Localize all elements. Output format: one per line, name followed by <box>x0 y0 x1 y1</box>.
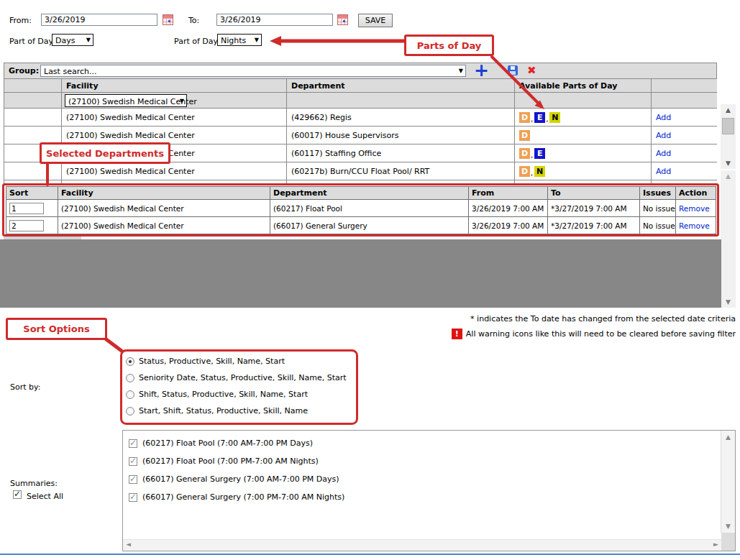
part-of-day-badge-d: D <box>519 130 530 141</box>
add-link[interactable]: Add <box>656 131 671 140</box>
departments-table: Facility Department Available Parts of D… <box>4 78 717 185</box>
panel-gray-filler <box>0 239 721 308</box>
add-link[interactable]: Add <box>656 185 671 185</box>
summary-item[interactable]: ✓ (60217) Float Pool (7:00 PM-7:00 AM Ni… <box>129 456 319 466</box>
col-facility: Facility <box>62 79 287 93</box>
department-cell: (60217) Float Pool <box>270 200 469 217</box>
scroll-up-icon[interactable]: ▲ <box>721 105 736 115</box>
facility-cell: (27100) Swedish Medical Center <box>62 162 287 180</box>
scroll-down-icon[interactable]: ▼ <box>721 158 736 168</box>
summary-item[interactable]: ✓ (66017) General Surgery (7:00 PM-7:00 … <box>129 492 344 502</box>
remove-link[interactable]: Remove <box>679 204 710 213</box>
summary-item[interactable]: ✓ (66017) General Surgery (7:00 AM-7:00 … <box>129 474 339 484</box>
remove-link[interactable]: Remove <box>679 221 710 230</box>
parts-of-day-badges: D,N <box>519 184 545 185</box>
sort-by-option-label: Status, Productive, Skill, Name, Start <box>139 357 285 366</box>
summaries-vertical-scrollbar: ▲ ▼ <box>721 431 735 533</box>
from-date-input[interactable] <box>41 14 157 26</box>
scroll-left-icon[interactable]: ◄ <box>126 541 131 548</box>
add-link[interactable]: Add <box>656 149 671 158</box>
action-cell: Add <box>652 162 718 180</box>
sort-by-option[interactable]: Status, Productive, Skill, Name, Start <box>126 357 285 366</box>
badge-separator: , <box>531 169 533 177</box>
group-select[interactable]: Last search... ▼ <box>40 65 466 77</box>
summary-checkbox[interactable]: ✓ <box>129 493 137 502</box>
scroll-right-icon[interactable]: ► <box>713 541 718 548</box>
asterisk-note: * indicates the To date has changed from… <box>470 314 736 323</box>
warning-note: All warning icons like this will need to… <box>466 329 736 339</box>
col-department: Department <box>287 79 515 93</box>
sort-order-input[interactable] <box>9 220 44 231</box>
select-all-checkbox[interactable]: ✓ <box>13 490 22 499</box>
facility-cell: (27100) Swedish Medical Center <box>62 109 287 127</box>
action-cell: Remove <box>676 217 716 234</box>
parts-cell: D <box>515 127 652 144</box>
scroll-down-icon[interactable]: ▼ <box>721 523 735 530</box>
add-link[interactable]: Add <box>656 167 671 176</box>
col-blank <box>4 79 62 93</box>
sort-by-option[interactable]: Seniority Date, Status, Productive, Skil… <box>126 373 347 382</box>
sort-by-option-label: Seniority Date, Status, Productive, Skil… <box>139 373 347 382</box>
add-group-icon[interactable]: + <box>474 61 489 79</box>
parts-of-day-badges: D,E,N <box>519 112 560 121</box>
sort-cell <box>6 217 58 234</box>
part-of-day-select-left[interactable]: Days ▼ <box>52 34 93 46</box>
parts-cell: D,E,N <box>515 109 652 127</box>
department-row: (27100) Swedish Medical Center (60417) T… <box>4 180 718 185</box>
facility-filter-value: (27100) Swedish Medical Center <box>68 97 197 106</box>
action-cell: Add <box>652 144 718 162</box>
badge-separator: , <box>531 151 533 159</box>
warning-icon: ! <box>452 329 462 339</box>
sort-by-option[interactable]: Start, Shift, Status, Productive, Skill,… <box>126 406 308 416</box>
badge-separator: , <box>546 115 548 123</box>
action-cell: Add <box>652 109 718 127</box>
issues-cell: No issues <box>640 200 676 217</box>
scrollbar-thumb[interactable] <box>722 118 734 134</box>
radio-icon[interactable] <box>126 390 134 399</box>
departments-header-row: Facility Department Available Parts of D… <box>4 79 718 93</box>
summary-checkbox[interactable]: ✓ <box>129 457 137 466</box>
department-cell: (60017) House Supervisors <box>287 127 515 144</box>
part-of-day-badge-e: E <box>534 112 545 123</box>
sort-by-option[interactable]: Shift, Status, Productive, Skill, Name, … <box>126 390 308 399</box>
add-link[interactable]: Add <box>656 113 671 122</box>
sort-order-input[interactable] <box>9 203 44 214</box>
summary-item[interactable]: ✓ (60217) Float Pool (7:00 AM-7:00 PM Da… <box>129 439 313 448</box>
part-of-day-value-right: Nights <box>221 36 246 45</box>
issues-cell: No issues <box>640 217 676 234</box>
part-of-day-badge-d: D <box>519 184 530 185</box>
action-cell: Add <box>652 180 718 185</box>
part-of-day-label-right: Part of Day <box>174 37 218 46</box>
part-of-day-badge-n: N <box>549 112 560 123</box>
select-all-label[interactable]: Select All <box>27 492 63 501</box>
save-group-floppy-icon[interactable] <box>508 65 518 75</box>
sort-cell <box>6 200 58 217</box>
facility-filter-select[interactable]: (27100) Swedish Medical Center ▼ <box>65 94 187 107</box>
part-of-day-badge-d: D <box>519 112 530 123</box>
from-calendar-icon[interactable] <box>163 14 173 25</box>
summary-checkbox[interactable]: ✓ <box>129 475 137 484</box>
department-cell: (429662) Regis <box>287 109 515 127</box>
radio-icon[interactable] <box>126 407 134 416</box>
col-action: Action <box>676 187 716 200</box>
scroll-down-icon[interactable]: ▼ <box>721 297 736 307</box>
col-facility: Facility <box>58 187 270 200</box>
to-calendar-icon[interactable] <box>337 14 348 25</box>
part-of-day-select-right[interactable]: Nights ▼ <box>217 34 262 46</box>
department-cell: (60217b) Burn/CCU Float Pool/ RRT <box>287 162 515 180</box>
departments-scrollbar: ▲ ▼ <box>721 104 736 169</box>
parts-cell: D,E <box>515 144 652 162</box>
selected-department-row: (27100) Swedish Medical Center (66017) G… <box>6 217 716 234</box>
scroll-up-icon[interactable]: ▲ <box>721 433 735 441</box>
summary-checkbox[interactable]: ✓ <box>129 439 137 448</box>
save-button[interactable]: SAVE <box>358 14 393 27</box>
delete-group-icon[interactable]: ✖ <box>527 64 536 77</box>
scroll-up-icon[interactable]: ▲ <box>721 171 736 181</box>
to-date-input[interactable] <box>216 14 333 26</box>
radio-icon[interactable] <box>126 357 134 366</box>
facility-cell: (27100) Swedish Medical Center <box>62 127 287 144</box>
action-cell: Remove <box>676 200 716 217</box>
department-row: (27100) Swedish Medical Center (429662) … <box>4 109 718 127</box>
radio-icon[interactable] <box>126 374 134 382</box>
part-of-day-badge-n: N <box>534 166 545 177</box>
